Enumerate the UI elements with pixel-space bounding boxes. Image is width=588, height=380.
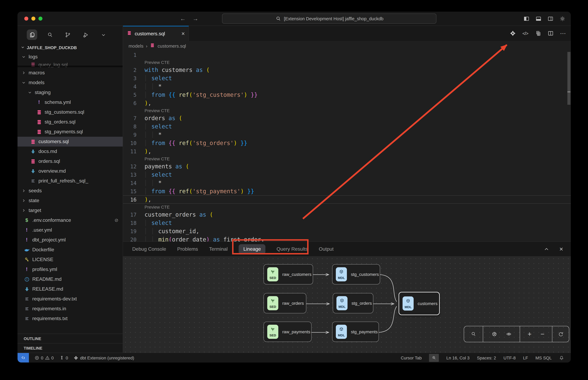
panel-tab-problems[interactable]: Problems [177,244,198,254]
activity-search[interactable] [45,30,55,40]
zoom-traffic-light[interactable] [39,17,42,20]
tree-item--env-conformance[interactable]: $.env.conformance⊘ [18,215,123,225]
minimize-traffic-light[interactable] [31,17,35,20]
sidebar-section-outline[interactable]: OUTLINE [18,334,123,343]
tree-item-stg-orders-sql[interactable]: stg_orders.sql [18,117,123,127]
lineage-node-customers[interactable]: MDL customers [399,292,440,315]
command-center-search[interactable]: [Extension Development Host] jaffle_shop… [222,14,436,24]
language-mode-status[interactable]: MS SQL [535,355,552,360]
chevron-up-icon[interactable] [543,246,550,252]
explorer-project-header[interactable]: JAFFLE_SHOP_DUCKDB [18,44,123,52]
layout-sidebar-right-icon[interactable] [547,15,554,22]
activity-explorer[interactable] [27,30,37,40]
tree-item-dockerfile[interactable]: Dockerfile [18,245,123,255]
zoom-in-status-icon[interactable] [429,354,439,362]
code-line-6[interactable]: 6 ), [123,99,571,107]
sidebar-section-timeline[interactable]: TIMELINE [18,343,123,353]
panel-tab-lineage[interactable]: Lineage [239,244,265,254]
code-line-7[interactable]: 7 orders as ( [123,114,571,122]
code-line-1[interactable]: 1 [123,51,571,59]
back-arrow-button[interactable]: ← [180,15,186,22]
tree-item-logs[interactable]: logs [18,52,123,62]
split-editor-icon[interactable] [547,30,554,37]
lineage-node-stg_customers[interactable]: MDL stg_customers [332,264,380,285]
breadcrumb-file[interactable]: customers.sql [158,43,186,48]
codelens-preview-cte[interactable]: Preview CTE [144,156,170,161]
tree-item-requirements-dev-txt[interactable]: requirements-dev.txt [18,294,123,304]
tree-item-profiles-yml[interactable]: !profiles.yml [18,265,123,274]
cursor-tab-status[interactable]: Cursor Tab [401,355,422,360]
tree-item-staging[interactable]: staging [18,88,123,97]
layout-sidebar-left-icon[interactable] [523,15,530,22]
codelens-preview-cte[interactable]: Preview CTE [144,60,170,65]
indentation-status[interactable]: Spaces: 2 [477,355,496,360]
code-line-20[interactable]: 20 min(order_date) as first_order, [123,235,571,242]
code-line-8[interactable]: 8 select [123,122,571,131]
tree-item-dbt-project-yml[interactable]: !dbt_project.yml [18,235,123,245]
encoding-status[interactable]: UTF-8 [504,355,516,360]
tab-customers-sql[interactable]: customers.sql × [123,26,189,41]
code-editor[interactable]: 1 Preview CTE 2 with customers as ( 3 se… [123,51,571,242]
tree-item-stg-payments-sql[interactable]: stg_payments.sql [18,127,123,137]
cursor-position-status[interactable]: Ln 16, Col 3 [446,355,470,360]
code-line-16[interactable]: 16 ), [123,195,571,204]
lineage-node-raw_customers[interactable]: SED raw_customers [264,264,313,285]
code-line-5[interactable]: 5 from {{ ref('stg_customers') }} [123,91,571,99]
tree-item-docs-md[interactable]: docs.md [18,147,123,156]
tree-item-macros[interactable]: macros [18,68,123,78]
open-code-icon[interactable]: </> [522,30,529,37]
refresh-icon[interactable] [557,331,564,338]
close-tab-icon[interactable]: × [182,30,185,37]
codelens-preview-cte[interactable]: Preview CTE [144,108,170,113]
lineage-node-raw_orders[interactable]: SED raw_orders [264,293,306,313]
panel-tab-terminal[interactable]: Terminal [209,244,228,254]
zoom-out-icon[interactable]: − [539,331,546,338]
editor-scrollbar[interactable] [568,52,570,105]
activity-source-control[interactable] [62,30,73,40]
panel-tab-output[interactable]: Output [319,244,334,254]
tree-item-release-md[interactable]: RELEASE.md [18,284,123,294]
search-icon[interactable] [470,331,477,338]
lineage-canvas[interactable]: SED raw_customers MDL stg_customers SED … [123,256,571,353]
more-ellipsis-icon[interactable]: ⋯ [560,30,567,37]
close-traffic-light[interactable] [24,17,28,20]
forward-arrow-button[interactable]: → [193,15,198,22]
tree-item-target[interactable]: target [18,206,123,215]
code-line-18[interactable]: 18 select [123,219,571,227]
problems-status[interactable]: 0 0 [34,355,54,360]
tree-item-customers-sql[interactable]: customers.sql [18,137,123,147]
lineage-node-stg_orders[interactable]: MDL stg_orders [333,293,373,313]
code-line-3[interactable]: 3 select [123,74,571,82]
code-line-13[interactable]: 13 select [123,171,571,179]
remote-indicator[interactable] [18,353,29,362]
panel-tab-debug-console[interactable]: Debug Console [132,244,166,254]
zoom-in-icon[interactable]: + [526,331,533,338]
lineage-node-raw_payments[interactable]: SED raw_payments [264,322,311,342]
codelens-preview-cte[interactable]: Preview CTE [144,205,170,209]
code-line-10[interactable]: 10 from {{ ref('stg_orders') }} [123,139,571,147]
close-icon[interactable]: × [558,246,565,252]
tree-item-print-full-refresh-sql-[interactable]: print_full_refresh._sql_ [18,176,123,186]
activity-more-chevron[interactable] [98,30,109,40]
activity-run-debug[interactable] [80,30,91,40]
tree-item-models[interactable]: models [18,78,123,88]
code-line-19[interactable]: 19 customer_id, [123,227,571,235]
code-line-2[interactable]: 2 with customers as ( [123,66,571,74]
query-results-table-icon[interactable] [534,30,541,37]
ports-status[interactable]: 0 [59,355,68,360]
breadcrumb[interactable]: models › customers.sql [123,41,571,51]
breadcrumb-folder[interactable]: models [129,43,143,48]
code-line-9[interactable]: 9 * [123,131,571,139]
code-line-15[interactable]: 15 from {{ ref('stg_payments') }} [123,187,571,195]
tree-item-license[interactable]: LICENSE [18,255,123,265]
dbt-icon[interactable] [509,30,516,37]
settings-gear-icon[interactable] [559,15,566,22]
layout-panel-icon[interactable] [535,15,542,22]
tree-item-requirements-in[interactable]: requirements.in [18,304,123,314]
code-line-12[interactable]: 12 payments as ( [123,162,571,171]
dbt-extension-status[interactable]: dbt Extension (unregistered) [74,355,134,360]
panel-tab-query-results[interactable]: Query Results [277,244,308,254]
tree-item-requirements-txt[interactable]: requirements.txt [18,314,123,323]
tree-item-overview-md[interactable]: overview.md [18,166,123,176]
aperture-icon[interactable] [491,331,498,338]
